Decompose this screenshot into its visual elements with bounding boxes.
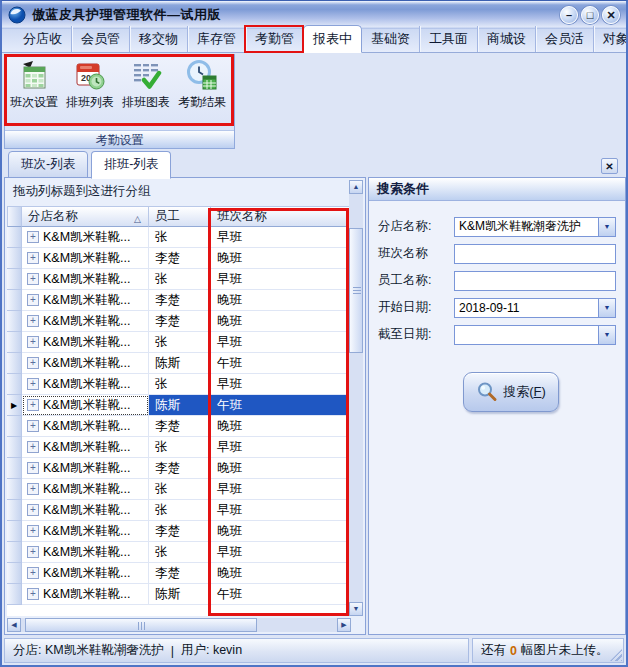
table-row[interactable]: ▶ + K&M凯米鞋靴... 张 早班: [7, 437, 351, 458]
attendance-result-button[interactable]: 考勤结果: [174, 57, 230, 129]
table-row[interactable]: ▶ + K&M凯米鞋靴... 张 早班: [7, 269, 351, 290]
store-cell[interactable]: + K&M凯米鞋靴...: [22, 500, 149, 521]
store-cell[interactable]: + K&M凯米鞋靴...: [22, 521, 149, 542]
chevron-down-icon[interactable]: ▼: [598, 299, 615, 317]
expand-icon[interactable]: +: [27, 420, 39, 432]
store-cell[interactable]: + K&M凯米鞋靴...: [22, 374, 149, 395]
shift-cell[interactable]: 早班: [211, 479, 351, 500]
ribbon-tab[interactable]: 分店收: [14, 26, 71, 52]
ribbon-tab[interactable]: 会员活: [535, 26, 593, 52]
expand-icon[interactable]: +: [27, 315, 39, 327]
shift-cell[interactable]: 晚班: [211, 521, 351, 542]
expand-icon[interactable]: +: [27, 336, 39, 348]
ribbon-tab[interactable]: 报表中: [303, 25, 362, 53]
store-cell[interactable]: + K&M凯米鞋靴...: [22, 290, 149, 311]
employee-cell[interactable]: 张: [149, 227, 211, 248]
table-row[interactable]: ▶ + K&M凯米鞋靴... 张 早班: [7, 227, 351, 248]
table-row[interactable]: ▶ + K&M凯米鞋靴... 陈斯 午班: [7, 584, 351, 605]
row-indicator[interactable]: ▶: [7, 563, 22, 584]
expand-icon[interactable]: +: [27, 483, 39, 495]
field-input[interactable]: K&M凯米鞋靴潮奢洗护 ▼: [454, 217, 616, 237]
store-cell[interactable]: + K&M凯米鞋靴...: [22, 332, 149, 353]
ribbon-tab[interactable]: 考勤管: [245, 26, 303, 52]
horizontal-scrollbar-thumb[interactable]: [25, 618, 257, 632]
resize-grip[interactable]: [610, 649, 622, 661]
field-input[interactable]: ▼: [454, 244, 616, 264]
horizontal-scrollbar[interactable]: ◀ ▶: [7, 618, 351, 632]
expand-icon[interactable]: +: [27, 378, 39, 390]
expand-icon[interactable]: +: [27, 357, 39, 369]
expand-icon[interactable]: +: [27, 231, 39, 243]
shift-cell[interactable]: 早班: [211, 374, 351, 395]
chevron-down-icon[interactable]: ▼: [598, 326, 615, 344]
schedule-chart-button[interactable]: 排班图表: [118, 57, 174, 129]
table-row[interactable]: ▶ + K&M凯米鞋靴... 李楚 晚班: [7, 248, 351, 269]
store-cell[interactable]: + K&M凯米鞋靴...: [22, 248, 149, 269]
shift-cell[interactable]: 早班: [211, 500, 351, 521]
close-button[interactable]: ✕: [602, 6, 620, 24]
ribbon-tab[interactable]: 基础资: [362, 26, 419, 52]
ribbon-tab[interactable]: 库存管: [187, 26, 245, 52]
expand-icon[interactable]: +: [27, 546, 39, 558]
table-row[interactable]: ▶ + K&M凯米鞋靴... 李楚 晚班: [7, 521, 351, 542]
table-row[interactable]: ▶ + K&M凯米鞋靴... 张 早班: [7, 542, 351, 563]
employee-cell[interactable]: 张: [149, 269, 211, 290]
store-cell[interactable]: + K&M凯米鞋靴...: [22, 311, 149, 332]
shift-cell[interactable]: 晚班: [211, 458, 351, 479]
row-indicator[interactable]: ▶: [7, 290, 22, 311]
table-row[interactable]: ▶ + K&M凯米鞋靴... 李楚 晚班: [7, 416, 351, 437]
employee-cell[interactable]: 陈斯: [149, 584, 211, 605]
search-button[interactable]: 搜索(F): [463, 372, 559, 412]
ribbon-tab[interactable]: 会员管: [71, 26, 129, 52]
grid-header-store[interactable]: 分店名称 △: [22, 206, 149, 227]
document-tab[interactable]: 班次-列表: [8, 151, 88, 178]
document-tab[interactable]: 排班-列表: [91, 151, 171, 179]
store-cell[interactable]: + K&M凯米鞋靴...: [22, 353, 149, 374]
store-cell[interactable]: + K&M凯米鞋靴...: [22, 542, 149, 563]
ribbon-tab[interactable]: 工具面: [419, 26, 477, 52]
field-input[interactable]: 2018-09-11 ▼: [454, 298, 616, 318]
store-cell[interactable]: + K&M凯米鞋靴...: [22, 563, 149, 584]
row-indicator[interactable]: ▶: [7, 311, 22, 332]
table-row[interactable]: ▶ + K&M凯米鞋靴... 张 早班: [7, 374, 351, 395]
shift-cell[interactable]: 晚班: [211, 290, 351, 311]
table-row[interactable]: ▶ + K&M凯米鞋靴... 张 早班: [7, 500, 351, 521]
shift-cell[interactable]: 晚班: [211, 311, 351, 332]
row-indicator[interactable]: ▶: [7, 584, 22, 605]
store-cell[interactable]: + K&M凯米鞋靴...: [22, 437, 149, 458]
scroll-right-icon[interactable]: ▶: [337, 618, 351, 632]
shift-cell[interactable]: 早班: [211, 269, 351, 290]
expand-icon[interactable]: +: [27, 294, 39, 306]
schedule-list-button[interactable]: 20 排班列表: [62, 57, 118, 129]
minimize-button[interactable]: –: [560, 6, 578, 24]
employee-cell[interactable]: 李楚: [149, 290, 211, 311]
scroll-left-icon[interactable]: ◀: [7, 618, 21, 632]
table-row[interactable]: ▶ + K&M凯米鞋靴... 李楚 晚班: [7, 458, 351, 479]
row-indicator[interactable]: ▶: [7, 395, 22, 416]
table-row[interactable]: ▶ + K&M凯米鞋靴... 张 早班: [7, 479, 351, 500]
chevron-down-icon[interactable]: ▼: [598, 218, 615, 236]
document-close-icon[interactable]: ✕: [601, 158, 618, 174]
employee-cell[interactable]: 陈斯: [149, 353, 211, 374]
row-indicator[interactable]: ▶: [7, 542, 22, 563]
expand-icon[interactable]: +: [27, 462, 39, 474]
employee-cell[interactable]: 张: [149, 437, 211, 458]
maximize-button[interactable]: □: [581, 6, 599, 24]
row-indicator[interactable]: ▶: [7, 248, 22, 269]
expand-icon[interactable]: +: [27, 525, 39, 537]
row-indicator[interactable]: ▶: [7, 332, 22, 353]
vertical-scrollbar-thumb[interactable]: [349, 228, 363, 353]
shift-setup-button[interactable]: 班次设置: [6, 57, 62, 129]
store-cell[interactable]: + K&M凯米鞋靴...: [22, 395, 149, 416]
store-cell[interactable]: + K&M凯米鞋靴...: [22, 479, 149, 500]
employee-cell[interactable]: 张: [149, 542, 211, 563]
ribbon-tab[interactable]: 商城设: [477, 26, 535, 52]
table-row[interactable]: ▶ + K&M凯米鞋靴... 李楚 晚班: [7, 563, 351, 584]
row-indicator[interactable]: ▶: [7, 437, 22, 458]
shift-cell[interactable]: 早班: [211, 437, 351, 458]
table-row[interactable]: ▶ + K&M凯米鞋靴... 陈斯 午班: [7, 395, 351, 416]
field-input[interactable]: ▼: [454, 325, 616, 345]
expand-icon[interactable]: +: [27, 399, 39, 411]
row-indicator[interactable]: ▶: [7, 479, 22, 500]
table-row[interactable]: ▶ + K&M凯米鞋靴... 李楚 晚班: [7, 290, 351, 311]
